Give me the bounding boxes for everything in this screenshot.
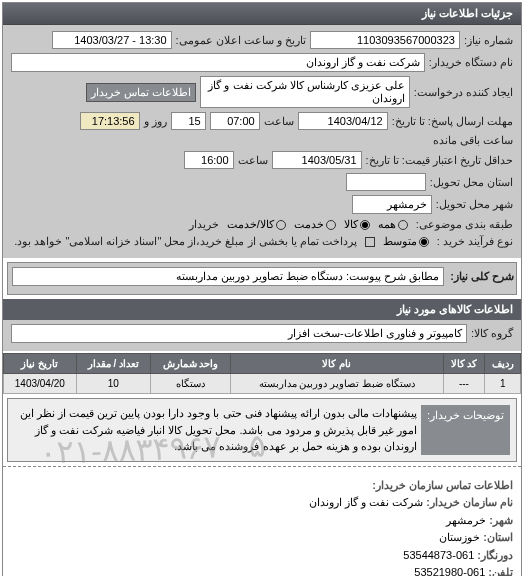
request-number-label: شماره نیاز: <box>464 34 513 47</box>
delivery-city-label: شهر محل تحویل: <box>436 198 513 211</box>
deadline-label: مهلت ارسال پاسخ: تا تاریخ: <box>392 115 513 128</box>
radio-all[interactable]: همه <box>378 218 408 231</box>
description-label: شرح کلی نیاز: <box>450 270 514 283</box>
table-header-row: ردیف کد کالا نام کالا واحد شمارش تعداد /… <box>4 354 521 374</box>
province-value: خوزستان <box>439 531 480 543</box>
validity-label: حداقل تاریخ اعتبار قیمت: تا تاریخ: <box>366 154 513 167</box>
cell-unit: دستگاه <box>150 374 230 394</box>
buyer-label: خریدار <box>189 218 219 231</box>
delivery-city-field: خرمشهر <box>352 195 432 214</box>
time-label-1: ساعت <box>264 115 294 128</box>
city-label: شهر: <box>489 514 513 526</box>
main-panel: جزئیات اطلاعات نیاز شماره نیاز: 11030935… <box>2 2 522 576</box>
goods-section-title: اطلاعات کالاهای مورد نیاز <box>3 299 521 320</box>
notes-box: توضیحات خریدار: پیشنهادات مالی بدون ارائ… <box>7 398 517 462</box>
cell-index: 1 <box>485 374 521 394</box>
delivery-province-label: استان محل تحویل: <box>430 176 513 189</box>
contact-title: اطلاعات تماس سازمان خریدار: <box>372 479 513 491</box>
fax-label: دورنگار: <box>477 549 513 561</box>
fax-value: 061-53544873 <box>403 549 474 561</box>
radio-intermediate[interactable]: متوسط <box>383 235 429 248</box>
validity-time-field: 16:00 <box>184 151 234 169</box>
cell-code: --- <box>443 374 485 394</box>
contact-section: اطلاعات تماس سازمان خریدار: نام سازمان خ… <box>3 471 521 577</box>
buyer-device-field: شرکت نفت و گاز اروندان <box>11 53 425 72</box>
table-row: 1 --- دستگاه ضبط تصاویر دوربین مداربسته … <box>4 374 521 394</box>
phone-value: 061-53521980 <box>414 566 485 576</box>
description-box: شرح کلی نیاز: مطابق شرح پیوست: دستگاه ضب… <box>7 262 517 295</box>
deadline-time-field: 07:00 <box>210 112 260 130</box>
creator-field: علی عزیزی کارشناس کالا شرکت نفت و گاز ار… <box>200 76 410 108</box>
purchase-type-label: نوع فرآیند خرید : <box>437 235 513 248</box>
org-label: نام سازمان خریدار: <box>426 496 513 508</box>
th-unit: واحد شمارش <box>150 354 230 374</box>
delivery-province-field <box>346 173 426 191</box>
cell-qty: 10 <box>76 374 150 394</box>
org-value: شرکت نفت و گاز اروندان <box>309 496 423 508</box>
group-field: کامپیوتر و فناوری اطلاعات-سخت افزار <box>11 324 467 343</box>
public-datetime-label: تاریخ و ساعت اعلان عمومی: <box>176 34 306 47</box>
th-name: نام کالا <box>231 354 443 374</box>
th-index: ردیف <box>485 354 521 374</box>
validity-date-field: 1403/05/31 <box>272 151 362 169</box>
province-label: استان: <box>483 531 513 543</box>
notes-text: پیشنهادات مالی بدون ارائه پیشنهاد فنی حت… <box>14 405 417 455</box>
days-label: روز و <box>144 115 167 128</box>
purchase-note: پرداخت تمام یا بخشی از مبلغ خرید،از محل … <box>14 235 357 248</box>
cell-name: دستگاه ضبط تصاویر دوربین مداربسته <box>231 374 443 394</box>
divider <box>3 466 521 467</box>
goods-table: ردیف کد کالا نام کالا واحد شمارش تعداد /… <box>3 353 521 394</box>
request-number-field: 1103093567000323 <box>310 31 460 49</box>
th-date: تاریخ نیاز <box>4 354 77 374</box>
public-datetime-field: 13:30 - 1403/03/27 <box>52 31 172 49</box>
buyer-device-label: نام دستگاه خریدار: <box>429 56 513 69</box>
radio-goods-service[interactable]: کالا/خدمت <box>227 218 286 231</box>
remaining-label: ساعت باقی مانده <box>433 134 513 147</box>
cell-date: 1403/04/20 <box>4 374 77 394</box>
days-field: 15 <box>171 112 206 130</box>
panel-title: جزئیات اطلاعات نیاز <box>3 3 521 25</box>
checkbox-treasury[interactable] <box>365 237 375 247</box>
creator-label: ایجاد کننده درخواست: <box>414 86 513 99</box>
deadline-date-field: 1403/04/12 <box>298 112 388 130</box>
group-label: گروه کالا: <box>471 327 513 340</box>
remaining-time-field: 17:13:56 <box>80 112 140 130</box>
buyer-contact-button[interactable]: اطلاعات تماس خریدار <box>86 83 196 102</box>
th-code: کد کالا <box>443 354 485 374</box>
phone-label: تلفن: <box>488 566 513 576</box>
category-label: طبقه بندی موضوعی: <box>416 218 513 231</box>
form-area: شماره نیاز: 1103093567000323 تاریخ و ساع… <box>3 25 521 258</box>
description-field: مطابق شرح پیوست: دستگاه ضبط تصاویر دوربی… <box>12 267 444 286</box>
city-value: خرمشهر <box>446 514 486 526</box>
notes-label: توضیحات خریدار: <box>421 405 510 455</box>
radio-goods[interactable]: کالا <box>344 218 370 231</box>
radio-service[interactable]: خدمت <box>294 218 336 231</box>
time-label-2: ساعت <box>238 154 268 167</box>
th-qty: تعداد / مقدار <box>76 354 150 374</box>
